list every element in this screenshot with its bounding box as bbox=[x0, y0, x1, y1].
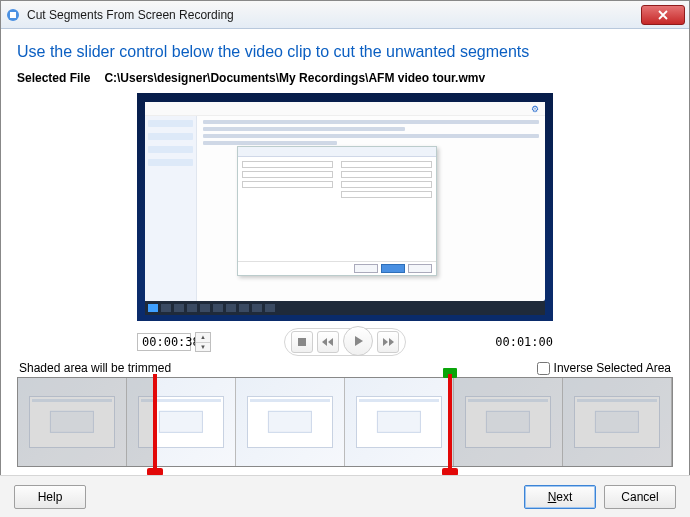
inverse-checkbox[interactable] bbox=[537, 362, 550, 375]
stop-button[interactable] bbox=[291, 331, 313, 353]
timeline-thumb bbox=[454, 378, 563, 466]
selected-file-path: C:\Users\designer\Documents\My Recording… bbox=[104, 71, 485, 85]
help-button[interactable]: Help bbox=[14, 485, 86, 509]
selected-file-row: Selected File C:\Users\designer\Document… bbox=[17, 71, 673, 85]
video-preview[interactable]: ⚙ bbox=[137, 93, 553, 321]
timeline-thumb bbox=[345, 378, 454, 466]
close-button[interactable] bbox=[641, 5, 685, 25]
gear-icon: ⚙ bbox=[531, 104, 539, 114]
svg-rect-1 bbox=[10, 12, 16, 18]
svg-rect-2 bbox=[298, 338, 306, 346]
inverse-checkbox-label: Inverse Selected Area bbox=[554, 361, 671, 375]
inverse-checkbox-row[interactable]: Inverse Selected Area bbox=[537, 361, 671, 375]
rewind-icon bbox=[322, 337, 334, 347]
playback-row: 00:00:38 ▲ ▼ 00:01: bbox=[137, 329, 553, 355]
total-time: 00:01:00 bbox=[495, 335, 553, 349]
cancel-button[interactable]: Cancel bbox=[604, 485, 676, 509]
rewind-button[interactable] bbox=[317, 331, 339, 353]
forward-icon bbox=[382, 337, 394, 347]
titlebar: Cut Segments From Screen Recording bbox=[1, 1, 689, 29]
spinner-up-icon[interactable]: ▲ bbox=[196, 333, 210, 343]
content-area: Use the slider control below the video c… bbox=[1, 29, 689, 467]
dialog-footer: Help Next Cancel bbox=[0, 475, 690, 517]
trim-marker-end[interactable] bbox=[447, 374, 453, 476]
selected-file-label: Selected File bbox=[17, 71, 90, 85]
timeline-thumb bbox=[18, 378, 127, 466]
timeline[interactable] bbox=[17, 377, 673, 467]
playback-controls bbox=[284, 328, 406, 356]
timeline-thumb bbox=[236, 378, 345, 466]
play-button[interactable] bbox=[343, 326, 373, 356]
next-button[interactable]: Next bbox=[524, 485, 596, 509]
trim-marker-start[interactable] bbox=[152, 374, 158, 476]
window-title: Cut Segments From Screen Recording bbox=[27, 8, 641, 22]
page-heading: Use the slider control below the video c… bbox=[17, 43, 673, 61]
app-icon bbox=[5, 7, 21, 23]
trim-info-label: Shaded area will be trimmed bbox=[19, 361, 171, 375]
timeline-thumb bbox=[127, 378, 236, 466]
stop-icon bbox=[297, 337, 307, 347]
timeline-thumb bbox=[563, 378, 672, 466]
play-icon bbox=[351, 334, 365, 348]
close-icon bbox=[658, 10, 668, 20]
time-spinner[interactable]: ▲ ▼ bbox=[195, 332, 211, 352]
forward-button[interactable] bbox=[377, 331, 399, 353]
spinner-down-icon[interactable]: ▼ bbox=[196, 343, 210, 352]
current-time-field[interactable]: 00:00:38 bbox=[137, 333, 191, 351]
